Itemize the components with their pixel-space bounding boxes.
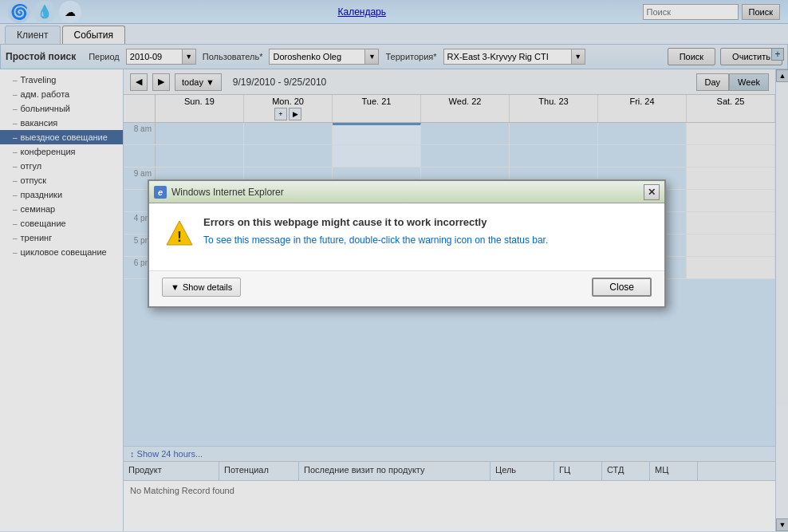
ie-close-x-btn[interactable]: ✕ bbox=[644, 184, 660, 200]
ie-dialog: e Windows Internet Explorer ✕ ! Errors o… bbox=[148, 179, 666, 308]
ie-titlebar-text: Windows Internet Explorer bbox=[171, 187, 639, 198]
ie-message-row: ! Errors on this webpage might cause it … bbox=[165, 216, 648, 248]
ie-titlebar-icon: e bbox=[154, 186, 167, 199]
ie-heading: Errors on this webpage might cause it to… bbox=[203, 216, 548, 228]
ie-body-text2: on the status bar. bbox=[472, 234, 548, 246]
show-details-label: Show details bbox=[183, 282, 232, 292]
close-x-icon: ✕ bbox=[648, 187, 656, 198]
dialog-overlay: e Windows Internet Explorer ✕ ! Errors o… bbox=[0, 0, 788, 532]
ie-dialog-body: ! Errors on this webpage might cause it … bbox=[149, 203, 664, 270]
svg-text:!: ! bbox=[177, 229, 182, 245]
close-dialog-button[interactable]: Close bbox=[592, 278, 652, 297]
ie-titlebar: e Windows Internet Explorer ✕ bbox=[149, 181, 664, 203]
ie-body-link: warning icon bbox=[418, 234, 471, 246]
show-details-button[interactable]: ▼ Show details bbox=[162, 278, 241, 297]
ie-dialog-footer: ▼ Show details Close bbox=[149, 270, 664, 306]
warning-triangle-icon: ! bbox=[165, 219, 194, 248]
ie-body-text1: To see this message in the future, doubl… bbox=[203, 234, 418, 246]
warning-icon-container: ! bbox=[165, 219, 194, 248]
show-details-arrow: ▼ bbox=[171, 282, 179, 292]
ie-body-para: To see this message in the future, doubl… bbox=[203, 234, 548, 246]
ie-message-text: Errors on this webpage might cause it to… bbox=[203, 216, 548, 246]
